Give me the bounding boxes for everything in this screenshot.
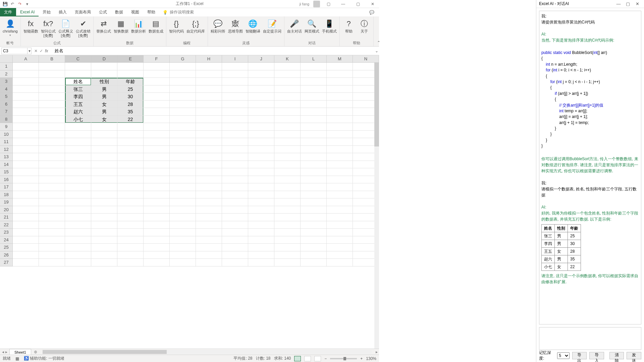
cell[interactable] — [301, 229, 327, 236]
cell[interactable] — [39, 153, 65, 161]
cell[interactable] — [196, 176, 222, 184]
cell[interactable] — [222, 101, 248, 108]
ribbon-button[interactable]: 💬精彩问答 — [211, 18, 225, 34]
cell[interactable] — [222, 63, 248, 70]
worksheet-grid[interactable]: ABCDEFGHIJKLMN 123姓名性别年龄4张三男255李四男306王五女… — [0, 55, 379, 349]
cell[interactable] — [91, 168, 117, 176]
cell[interactable] — [144, 70, 170, 78]
cell[interactable] — [170, 221, 196, 229]
ribbon-mode-icon[interactable]: ▢ — [322, 0, 335, 8]
cell[interactable] — [196, 229, 222, 236]
cell[interactable] — [248, 78, 274, 85]
cell[interactable] — [39, 214, 65, 221]
cell[interactable]: 30 — [117, 93, 144, 101]
cell[interactable] — [274, 176, 301, 184]
ribbon-button[interactable]: 📝自定提示词 — [263, 18, 281, 34]
cell[interactable] — [327, 251, 353, 259]
cell[interactable] — [13, 146, 39, 154]
cell[interactable] — [65, 176, 91, 184]
cell[interactable] — [117, 236, 144, 244]
cell[interactable] — [13, 183, 39, 191]
cell[interactable] — [39, 229, 65, 236]
cell[interactable] — [274, 131, 301, 138]
cell[interactable] — [327, 236, 353, 244]
cell[interactable] — [65, 168, 91, 176]
cell[interactable] — [13, 101, 39, 108]
tab-view[interactable]: 视图 — [127, 8, 143, 16]
cell[interactable] — [248, 116, 274, 123]
cell[interactable] — [39, 93, 65, 101]
collapse-ribbon-icon[interactable]: ⌃ — [374, 39, 384, 46]
cell[interactable] — [274, 116, 301, 123]
memory-depth-select[interactable]: 5 — [557, 352, 569, 359]
cell[interactable] — [327, 176, 353, 184]
tab-formula[interactable]: 公式 — [95, 8, 111, 16]
cell[interactable] — [39, 123, 65, 131]
cell[interactable] — [327, 183, 353, 191]
cell[interactable] — [222, 176, 248, 184]
cell[interactable] — [274, 206, 301, 214]
cell[interactable] — [117, 176, 144, 184]
cell[interactable] — [248, 214, 274, 221]
cell[interactable] — [274, 93, 301, 101]
row-header[interactable]: 3 — [0, 78, 13, 85]
cell[interactable] — [196, 146, 222, 154]
cell[interactable] — [144, 138, 170, 146]
cell[interactable] — [196, 221, 222, 229]
cell[interactable] — [13, 176, 39, 184]
cell[interactable] — [39, 108, 65, 116]
cell[interactable] — [301, 93, 327, 101]
cell[interactable] — [13, 198, 39, 206]
row-header[interactable]: 12 — [0, 146, 13, 154]
cell[interactable] — [274, 229, 301, 236]
cell[interactable] — [170, 116, 196, 123]
cell[interactable] — [248, 221, 274, 229]
cell[interactable] — [327, 70, 353, 78]
cell[interactable] — [91, 191, 117, 199]
cell[interactable] — [196, 236, 222, 244]
cell[interactable]: 男 — [91, 85, 117, 93]
row-header[interactable]: 24 — [0, 236, 13, 244]
cell[interactable] — [117, 206, 144, 214]
cell[interactable] — [196, 70, 222, 78]
cell[interactable] — [327, 168, 353, 176]
row-header[interactable]: 22 — [0, 221, 13, 229]
cell[interactable] — [222, 236, 248, 244]
cell[interactable] — [327, 123, 353, 131]
cell[interactable] — [327, 221, 353, 229]
cell[interactable] — [327, 229, 353, 236]
cell[interactable] — [248, 206, 274, 214]
cell[interactable] — [196, 116, 222, 123]
column-header[interactable]: A — [13, 55, 39, 63]
cell[interactable] — [91, 131, 117, 138]
cell[interactable] — [39, 191, 65, 199]
cell[interactable] — [13, 123, 39, 131]
cell[interactable] — [65, 183, 91, 191]
row-header[interactable]: 10 — [0, 131, 13, 138]
cell[interactable] — [144, 176, 170, 184]
clear-button[interactable]: 清除 — [609, 352, 624, 359]
cell[interactable] — [301, 85, 327, 93]
cell[interactable] — [91, 70, 117, 78]
ribbon-button[interactable]: ⓘ关于 — [358, 18, 371, 34]
cell[interactable] — [91, 146, 117, 154]
row-header[interactable]: 14 — [0, 161, 13, 169]
cell[interactable] — [117, 183, 144, 191]
column-header[interactable]: I — [222, 55, 248, 63]
cell[interactable] — [39, 244, 65, 251]
cell[interactable] — [327, 206, 353, 214]
redo-icon[interactable]: ↷ — [17, 2, 22, 6]
cell[interactable] — [248, 229, 274, 236]
cell[interactable] — [196, 198, 222, 206]
cell[interactable] — [91, 176, 117, 184]
cell[interactable] — [248, 161, 274, 169]
cell[interactable] — [301, 123, 327, 131]
cell[interactable] — [327, 116, 353, 123]
cancel-icon[interactable]: ✕ — [34, 49, 38, 53]
column-header[interactable]: N — [353, 55, 379, 63]
cell[interactable] — [65, 236, 91, 244]
column-header[interactable]: M — [327, 55, 353, 63]
cell[interactable] — [222, 70, 248, 78]
tab-insert[interactable]: 插入 — [55, 8, 71, 16]
page-layout-view-button[interactable] — [304, 356, 311, 361]
